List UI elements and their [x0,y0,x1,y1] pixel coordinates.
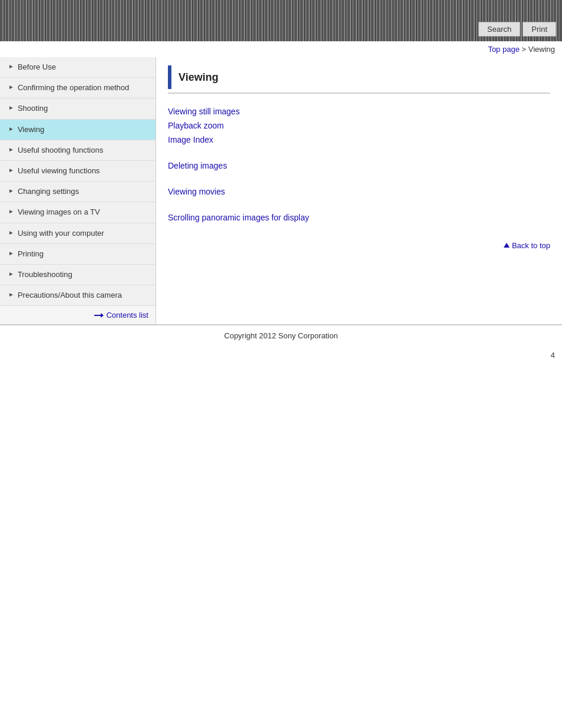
sidebar-item-label: Precautions/About this camera [18,290,122,301]
sidebar-item-confirming[interactable]: ►Confirming the operation method [0,78,156,98]
arrow-icon: ► [8,229,14,236]
header-buttons: Search Print [478,22,556,37]
arrow-icon: ► [8,291,14,298]
content-link-2-0[interactable]: Viewing movies [168,186,550,197]
arrow-icon: ► [8,146,14,153]
arrow-icon: ► [8,104,14,111]
arrow-icon: ► [8,187,14,194]
back-to-top-link[interactable]: Back to top [504,241,550,250]
triangle-up-icon [504,243,510,248]
copyright-text: Copyright 2012 Sony Corporation [224,331,338,340]
sidebar-item-label: Confirming the operation method [18,83,129,93]
content-link-1-0[interactable]: Deleting images [168,160,550,172]
contents-list-label: Contents list [106,311,148,319]
sidebar-item-viewing-tv[interactable]: ►Viewing images on a TV [0,202,156,223]
arrow-icon: ► [8,167,14,173]
content-link-0-0[interactable]: Viewing still images [168,106,550,117]
sidebar-item-using-computer[interactable]: ►Using with your computer [0,223,156,244]
sidebar-item-useful-viewing[interactable]: ►Useful viewing functions [0,161,156,182]
content-link-group-0: Viewing still imagesPlayback zoomImage I… [168,106,550,146]
footer: Copyright 2012 Sony Corporation [0,325,562,346]
sidebar-item-label: Changing settings [18,186,79,197]
sidebar-item-before-use[interactable]: ►Before Use [0,57,156,78]
sidebar-item-label: Useful shooting functions [18,145,103,156]
sidebar-item-changing-settings[interactable]: ►Changing settings [0,182,156,202]
sidebar-item-label: Before Use [18,62,56,73]
sidebar-item-label: Shooting [18,103,48,114]
content-link-0-1[interactable]: Playback zoom [168,120,550,131]
page-title: Viewing [178,71,219,84]
sidebar-item-troubleshooting[interactable]: ►Troubleshooting [0,265,156,285]
page-number: 4 [0,346,562,364]
content-link-group-2: Viewing movies [168,186,550,197]
sidebar-item-useful-shooting[interactable]: ►Useful shooting functions [0,140,156,161]
content-link-0-2[interactable]: Image Index [168,134,550,146]
arrow-icon: ► [8,271,14,277]
arrow-icon: ► [8,250,14,256]
main-layout: ►Before Use►Confirming the operation met… [0,57,562,324]
back-to-top: Back to top [168,238,550,252]
header: Search Print [0,0,562,41]
sidebar-item-label: Viewing images on a TV [18,207,100,218]
breadcrumb-top-link[interactable]: Top page [488,45,520,54]
sidebar-item-printing[interactable]: ►Printing [0,244,156,265]
footer-divider: Copyright 2012 Sony Corporation [0,324,562,346]
sidebar-item-label: Viewing [18,124,44,135]
sidebar: ►Before Use►Confirming the operation met… [0,57,156,324]
arrow-icon: ► [8,84,14,90]
content-link-group-1: Deleting images [168,160,550,172]
print-button[interactable]: Print [523,22,556,37]
breadcrumb-separator: > [520,45,528,54]
search-button[interactable]: Search [478,22,520,37]
back-to-top-label: Back to top [512,241,550,250]
breadcrumb-current: Viewing [528,45,555,54]
page-title-bar: Viewing [168,57,550,94]
page-number-value: 4 [551,351,555,360]
content-area: Viewing Viewing still imagesPlayback zoo… [156,57,562,324]
content-link-group-3: Scrolling panoramic images for display [168,212,550,223]
arrow-right-icon [94,312,104,318]
breadcrumb: Top page > Viewing [0,41,562,57]
content-link-3-0[interactable]: Scrolling panoramic images for display [168,212,550,223]
page-title-indicator [168,65,171,89]
arrow-icon: ► [8,208,14,215]
contents-list-link[interactable]: Contents list [94,311,148,319]
sidebar-item-viewing[interactable]: ►Viewing [0,120,156,140]
arrow-icon: ► [8,126,14,132]
sidebar-item-label: Using with your computer [18,228,104,239]
arrow-icon: ► [8,63,14,70]
sidebar-item-precautions[interactable]: ►Precautions/About this camera [0,285,156,306]
sidebar-item-label: Useful viewing functions [18,166,100,176]
sidebar-item-label: Printing [18,249,44,259]
sidebar-item-label: Troubleshooting [18,269,72,280]
contents-list-link-container: Contents list [0,306,156,324]
sidebar-item-shooting[interactable]: ►Shooting [0,98,156,119]
